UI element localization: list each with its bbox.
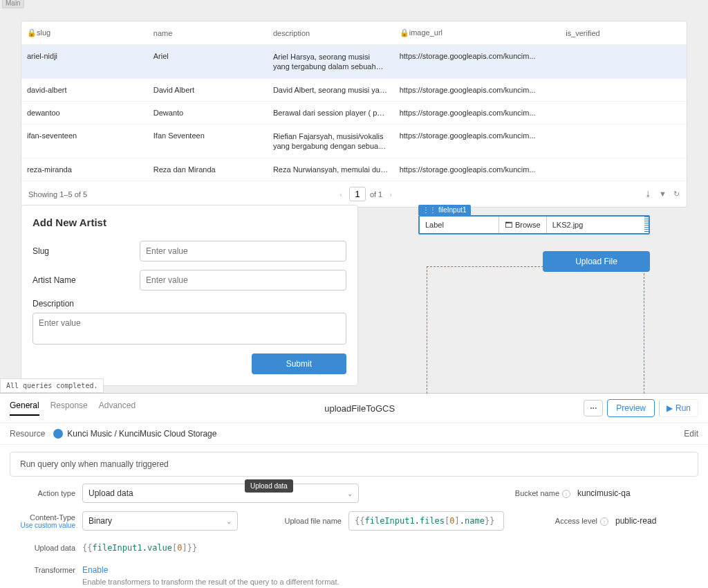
column-header-name[interactable]: name	[148, 21, 268, 45]
play-icon: ▶	[667, 403, 673, 413]
resize-handle-icon[interactable]	[644, 217, 649, 233]
file-label-cell: Label	[420, 217, 499, 233]
cell-image_url: https://storage.googleapis.com/kuncim...	[394, 102, 561, 125]
column-header-slug[interactable]: 🔒slug	[21, 21, 148, 45]
transformer-help-text: Enable transformers to transform the res…	[82, 578, 698, 586]
component-tag[interactable]: ⋮⋮fileInput1	[418, 205, 471, 215]
drop-target-area[interactable]	[427, 266, 644, 394]
file-input-widget: ⋮⋮fileInput1 Label 🗔 Browse LKS2.jpg Upl…	[418, 205, 650, 272]
column-header-is_verified[interactable]: is_verified	[560, 21, 687, 45]
form-title: Add New Artist	[32, 217, 346, 228]
lock-icon: 🔒	[400, 28, 407, 37]
cell-name: Ariel	[148, 45, 268, 79]
refresh-icon[interactable]: ↻	[673, 190, 680, 199]
cell-is_verified	[560, 79, 687, 102]
browse-icon: 🗔	[505, 221, 512, 229]
table-row[interactable]: ifan-seventeenIfan SeventeenRiefian Faja…	[21, 125, 687, 158]
cell-image_url: https://storage.googleapis.com/kuncim...	[394, 158, 561, 181]
access-level-value: public-read	[615, 512, 698, 530]
chevron-down-icon: ⌄	[226, 517, 232, 525]
cell-slug: ariel-nidji	[21, 45, 148, 79]
cell-description: David Albert, seorang musisi yang terg..…	[268, 79, 394, 102]
globe-icon	[53, 429, 63, 439]
cell-description: Riefian Fajarsyah, musisi/vokalis yang b…	[268, 125, 394, 158]
table-row[interactable]: dewantooDewantoBerawal dari session play…	[21, 102, 687, 125]
cell-name: Ifan Seventeen	[148, 125, 268, 158]
canvas-area: Main 🔒slugnamedescription🔒image_urlis_ve…	[0, 0, 708, 393]
table-row[interactable]: reza-mirandaReza dan MirandaReza Nurwian…	[21, 158, 687, 181]
artist-name-label: Artist Name	[32, 275, 140, 285]
upload-filename-label: Upload file name	[266, 517, 342, 525]
action-type-select[interactable]: Upload data⌄	[82, 484, 359, 503]
transformer-label: Transformer	[10, 566, 75, 574]
page-of-text: of 1	[370, 190, 382, 199]
upload-filename-input[interactable]: {{fileInput1.files[0].name}}	[348, 511, 504, 531]
cell-is_verified	[560, 125, 687, 158]
table-row[interactable]: david-albertDavid AlbertDavid Albert, se…	[21, 79, 687, 102]
slug-input[interactable]	[140, 241, 346, 261]
next-page-icon[interactable]: ›	[386, 190, 395, 199]
description-input[interactable]	[32, 313, 346, 344]
cell-is_verified	[560, 102, 687, 125]
chevron-down-icon: ⌄	[347, 490, 353, 497]
run-button[interactable]: ▶Run	[659, 399, 698, 417]
tab-advanced[interactable]: Advanced	[99, 401, 136, 416]
query-title: uploadFileToGCS	[136, 403, 584, 414]
table-row[interactable]: ariel-nidjiArielAriel Harsya, seorang mu…	[21, 45, 687, 79]
file-name-display: LKS2.jpg	[547, 217, 644, 233]
content-type-select[interactable]: Binary⌄	[82, 511, 238, 531]
download-icon[interactable]: ⭳	[644, 190, 652, 199]
cell-slug: david-albert	[21, 79, 148, 102]
lock-icon: 🔒	[27, 28, 34, 37]
tab-response[interactable]: Response	[50, 401, 88, 416]
cell-is_verified	[560, 45, 687, 79]
cell-slug: reza-miranda	[21, 158, 148, 181]
submit-button[interactable]: Submit	[252, 353, 346, 374]
cell-description: Berawal dari session player ( pengiring …	[268, 102, 394, 125]
upload-data-label: Upload data	[10, 544, 75, 552]
bucket-value: kuncimusic-qa	[577, 484, 698, 502]
transformer-enable-link[interactable]: Enable	[82, 565, 108, 575]
artist-name-input[interactable]	[140, 270, 346, 291]
pagination: ‹ of 1 ›	[87, 187, 644, 201]
cell-image_url: https://storage.googleapis.com/kuncim...	[394, 79, 561, 102]
cell-name: Dewanto	[148, 102, 268, 125]
showing-text: Showing 1–5 of 5	[28, 190, 87, 199]
cell-description: Ariel Harsya, seorang musisi yang tergab…	[268, 45, 394, 79]
use-custom-value-link[interactable]: Use custom value	[10, 522, 75, 529]
tab-general[interactable]: General	[10, 401, 39, 416]
edit-resource-link[interactable]: Edit	[684, 429, 698, 439]
drag-handle-icon[interactable]: ⋮⋮	[422, 206, 436, 214]
cell-is_verified	[560, 158, 687, 181]
cell-slug: ifan-seventeen	[21, 125, 148, 158]
column-header-description[interactable]: description	[268, 21, 394, 45]
info-icon[interactable]: i	[600, 517, 608, 526]
filter-icon[interactable]: ▼	[659, 190, 667, 199]
content-type-label: Content-Type Use custom value	[10, 513, 75, 529]
access-level-label: Access leveli	[555, 517, 608, 526]
cell-name: David Albert	[148, 79, 268, 102]
cell-image_url: https://storage.googleapis.com/kuncim...	[394, 125, 561, 158]
description-label: Description	[32, 299, 346, 309]
resource-chip[interactable]: Kunci Music / KunciMusic Cloud Storage	[53, 429, 216, 439]
cell-slug: dewantoo	[21, 102, 148, 125]
main-container-tag: Main	[2, 0, 24, 8]
prev-page-icon[interactable]: ‹	[337, 190, 345, 199]
page-input[interactable]	[349, 187, 366, 201]
cell-name: Reza dan Miranda	[148, 158, 268, 181]
trigger-mode-text[interactable]: Run query only when manually triggered	[10, 452, 698, 477]
info-icon[interactable]: i	[562, 490, 570, 498]
preview-button[interactable]: Preview	[607, 399, 655, 417]
column-header-image_url[interactable]: 🔒image_url	[394, 21, 561, 45]
add-artist-form: Add New Artist Slug Artist Name Descript…	[21, 205, 358, 386]
action-type-label: Action type	[10, 489, 75, 497]
browse-button[interactable]: 🗔 Browse	[499, 217, 547, 233]
artist-table: 🔒slugnamedescription🔒image_urlis_verifie…	[21, 21, 687, 208]
more-button[interactable]: ···	[584, 400, 603, 416]
cell-description: Reza Nurwiansyah, memulai dun musik...	[268, 158, 394, 181]
resource-label: Resource	[10, 429, 45, 439]
table-footer: Showing 1–5 of 5 ‹ of 1 › ⭳ ▼ ↻	[21, 181, 687, 207]
upload-data-input[interactable]: {{fileInput1.value[0]}}	[82, 539, 197, 557]
status-bar: All queries completed.	[0, 378, 104, 393]
cell-image_url: https://storage.googleapis.com/kuncim...	[394, 45, 561, 79]
